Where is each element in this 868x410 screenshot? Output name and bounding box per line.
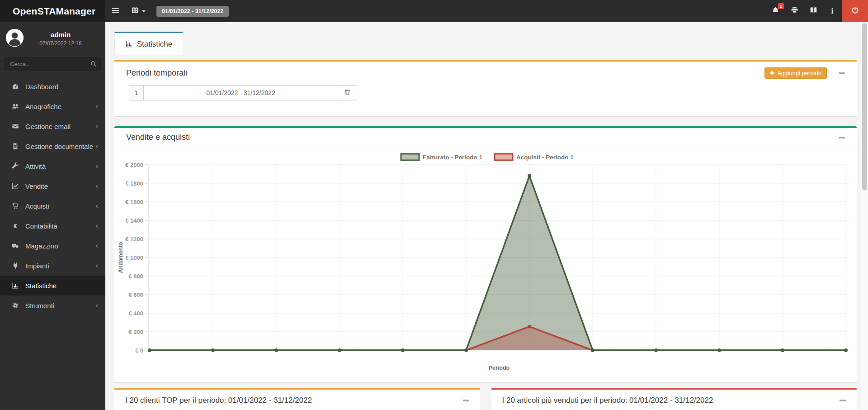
tabs-row: Statistiche: [114, 32, 857, 55]
collapse-periods-button[interactable]: [839, 72, 845, 74]
svg-text:€ 1400: € 1400: [125, 217, 143, 224]
power-icon: [851, 6, 859, 16]
svg-text:€: €: [14, 223, 17, 229]
calendar-icon: [131, 6, 139, 16]
cart-icon: [12, 202, 21, 210]
notification-badge: 1: [778, 3, 784, 9]
sales-chart-svg: € 0€ 200€ 400€ 600€ 800€ 1000€ 1200€ 140…: [114, 147, 857, 382]
sidebar-item-vendite[interactable]: Vendite‹: [0, 176, 105, 196]
chartline-icon: [12, 182, 21, 190]
top-articles-title: I 20 articoli più venduti per il periodo…: [502, 396, 713, 405]
collapse-top-clients-button[interactable]: [463, 400, 469, 401]
page-scrollbar[interactable]: [861, 22, 868, 410]
topbar: OpenSTAManager 01/01/2022 - 31/12/2022 1: [0, 0, 868, 22]
caret-down-icon: [142, 7, 146, 15]
chevron-left-icon: ‹: [96, 302, 98, 309]
svg-text:Acquisti - Periodo 1: Acquisti - Periodo 1: [516, 154, 574, 161]
sidebar: admin 07/07/2022 12:18 DashboardAnagrafi…: [0, 22, 105, 410]
sidebar-item-attivita[interactable]: Attività‹: [0, 156, 105, 176]
sidebar-toggle-button[interactable]: [105, 0, 125, 22]
gear-icon: [12, 302, 21, 309]
calendar-dropdown-button[interactable]: [125, 0, 152, 22]
sales-chart: € 0€ 200€ 400€ 600€ 800€ 1000€ 1200€ 140…: [114, 147, 857, 382]
printer-icon: [791, 6, 798, 16]
sidebar-item-contabilita[interactable]: €Contabilità‹: [0, 216, 105, 236]
scrollbar-thumb[interactable]: [862, 23, 867, 191]
user-login-datetime: 07/07/2022 12:18: [24, 40, 97, 47]
search-icon[interactable]: [90, 61, 97, 69]
euro-icon: €: [12, 222, 21, 229]
period-row-number: 1: [129, 85, 143, 100]
delete-period-button[interactable]: [338, 85, 357, 100]
main-content: Statistiche Periodi temporali ✚ Aggiungi…: [105, 22, 868, 410]
top-clients-title: I 20 clienti TOP per il periodo: 01/01/2…: [125, 396, 312, 405]
sidebar-item-magazzino[interactable]: Magazzino‹: [0, 236, 105, 256]
search-input[interactable]: [5, 57, 101, 71]
tab-statistiche[interactable]: Statistiche: [114, 32, 183, 55]
barchart-icon: [12, 282, 21, 289]
periods-card-title: Periodi temporali: [126, 68, 187, 78]
svg-text:Periodo: Periodo: [489, 365, 510, 371]
trash-icon: [344, 89, 351, 97]
chevron-left-icon: ‹: [96, 162, 98, 170]
sidebar-item-impianti[interactable]: Impianti‹: [0, 256, 105, 276]
sidebar-item-gestione-documentale[interactable]: Gestione documentale‹: [0, 136, 105, 156]
tab-label: Statistiche: [137, 40, 172, 49]
collapse-sales-button[interactable]: [839, 137, 845, 138]
periods-card: Periodi temporali ✚ Aggiungi periodo 1: [114, 60, 857, 116]
docs-button[interactable]: [804, 0, 823, 22]
svg-text:Andamento: Andamento: [118, 242, 124, 273]
svg-text:€ 0: € 0: [135, 347, 143, 354]
chevron-left-icon: ‹: [96, 242, 98, 249]
collapse-top-articles-button[interactable]: [840, 400, 846, 401]
plug-icon: [12, 262, 21, 269]
svg-text:€ 2000: € 2000: [125, 162, 143, 168]
chevron-left-icon: ‹: [96, 262, 98, 269]
svg-text:€ 1600: € 1600: [125, 199, 143, 205]
dashboard-icon: [12, 83, 21, 90]
sales-card: Vendite e acquisti € 0€ 200€ 400€ 600€ 8…: [114, 126, 857, 382]
period-row: 1: [129, 85, 357, 100]
openstamanager-app: OpenSTAManager 01/01/2022 - 31/12/2022 1: [0, 0, 868, 410]
chevron-left-icon: ‹: [96, 202, 98, 210]
sidebar-item-strumenti[interactable]: Strumenti‹: [0, 296, 105, 315]
chevron-left-icon: ‹: [96, 182, 98, 190]
book-icon: [810, 6, 817, 16]
add-period-button[interactable]: ✚ Aggiungi periodo: [764, 67, 827, 79]
chevron-left-icon: ‹: [96, 222, 98, 229]
chevron-left-icon: ‹: [96, 143, 98, 150]
logout-button[interactable]: [842, 0, 868, 22]
top-clients-card: I 20 clienti TOP per il periodo: 01/01/2…: [114, 388, 480, 410]
sidebar-item-dashboard[interactable]: Dashboard: [0, 76, 105, 96]
svg-text:€ 1000: € 1000: [125, 254, 143, 261]
sidebar-item-gestione-email[interactable]: Gestione email‹: [0, 116, 105, 136]
svg-text:€ 200: € 200: [128, 329, 143, 335]
envelope-icon: [12, 123, 21, 130]
sidebar-item-acquisti[interactable]: Acquisti‹: [0, 196, 105, 216]
svg-text:€ 600: € 600: [128, 291, 143, 298]
print-button[interactable]: [785, 0, 804, 22]
svg-text:Fatturato - Periodo 1: Fatturato - Periodo 1: [423, 154, 482, 161]
topbar-date-range[interactable]: 01/01/2022 - 31/12/2022: [156, 6, 229, 17]
top-articles-card: I 20 articoli più venduti per il periodo…: [491, 388, 857, 410]
user-panel: admin 07/07/2022 12:18: [0, 22, 105, 53]
period-range-input[interactable]: [143, 85, 338, 100]
svg-text:€ 1200: € 1200: [125, 236, 143, 243]
user-name: admin: [24, 31, 97, 38]
svg-text:€ 1800: € 1800: [125, 180, 143, 187]
sidebar-menu: DashboardAnagrafiche‹Gestione email‹Gest…: [0, 76, 105, 315]
sales-card-title: Vendite e acquisti: [126, 133, 190, 142]
plus-icon: ✚: [770, 70, 775, 76]
document-icon: [12, 143, 21, 150]
svg-text:€ 400: € 400: [128, 310, 143, 317]
sidebar-item-statistiche[interactable]: Statistiche: [0, 276, 105, 296]
info-button[interactable]: i: [823, 0, 842, 22]
svg-text:€ 800: € 800: [128, 273, 143, 280]
sidebar-item-anagrafiche[interactable]: Anagrafiche‹: [0, 96, 105, 116]
notifications-button[interactable]: 1: [766, 0, 785, 22]
brand-logo[interactable]: OpenSTAManager: [0, 0, 105, 22]
chevron-left-icon: ‹: [96, 123, 98, 130]
truck-icon: [12, 242, 21, 249]
bar-chart-icon: [125, 40, 133, 48]
avatar: [5, 29, 24, 49]
